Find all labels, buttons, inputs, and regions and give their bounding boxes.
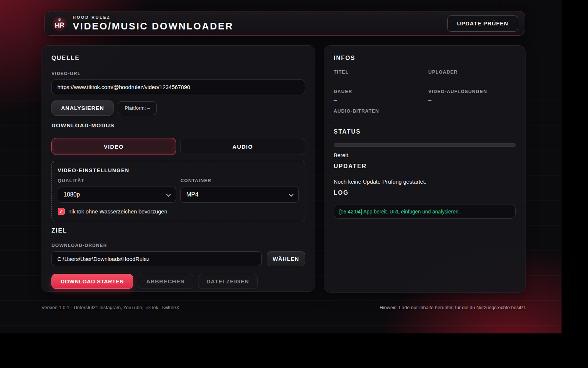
mode-heading: DOWNLOAD-MODUS [51, 122, 305, 128]
log-entry: [06:42:04] App bereit. URL einfügen und … [339, 209, 460, 215]
container-select[interactable]: MP4 [180, 187, 299, 203]
quality-field: QUALITÄT 1080p [58, 178, 176, 203]
info-value: – [429, 97, 516, 103]
platform-chip: Plattform: – [118, 101, 157, 115]
video-settings-heading: VIDEO-EINSTELLUNGEN [58, 167, 299, 173]
info-value: – [429, 77, 516, 84]
version-text: Version 1.0.1 · Unterstützt: Instagram, … [42, 305, 179, 310]
app-logo: ♛ HR [51, 15, 68, 32]
updater-heading: UPDATER [334, 163, 516, 170]
log-box: [06:42:04] App bereit. URL einfügen und … [334, 205, 516, 219]
download-panel: QUELLE VIDEO-URL ANALYSIEREN Plattform: … [42, 45, 315, 292]
watermark-checkbox[interactable]: ✓ [58, 208, 65, 215]
infos-heading: INFOS [334, 55, 516, 61]
status-heading: STATUS [334, 128, 516, 135]
info-panel: INFOS TITEL – UPLOADER – DAUER – VIDEO-A… [324, 45, 526, 293]
watermark-checkbox-row[interactable]: ✓ TikTok ohne Wasserzeichen bevorzugen [58, 208, 299, 215]
video-settings-box: VIDEO-EINSTELLUNGEN QUALITÄT 1080p CONTA… [51, 161, 305, 221]
disclaimer-text: Hinweis: Lade nur Inhalte herunter, für … [380, 305, 526, 310]
checkmark-icon: ✓ [59, 209, 63, 214]
info-field-title: TITEL – [334, 70, 421, 84]
check-update-button[interactable]: UPDATE PRÜFEN [447, 15, 518, 32]
video-url-input[interactable] [51, 79, 305, 94]
container-value: MP4 [186, 191, 198, 198]
info-field-bitrates: AUDIO-BITRATEN – [334, 109, 421, 123]
quality-value: 1080p [64, 191, 80, 198]
choose-folder-button[interactable]: WÄHLEN [267, 251, 305, 266]
start-download-button[interactable]: DOWNLOAD STARTEN [51, 274, 133, 289]
info-field-uploader: UPLOADER – [429, 70, 516, 84]
info-field-resolutions: VIDEO-AUFLÖSUNGEN – [429, 89, 516, 103]
info-label: UPLOADER [429, 70, 516, 75]
chevron-down-icon [289, 192, 294, 197]
analyze-button[interactable]: ANALYSIEREN [51, 100, 114, 116]
cancel-button[interactable]: ABBRECHEN [138, 274, 193, 289]
app-viewport: ♛ HR HOOD RULEZ VIDEO/MUSIC DOWNLOADER U… [0, 0, 562, 333]
target-heading: ZIEL [51, 227, 305, 234]
brand-name: HOOD RULEZ [73, 15, 233, 20]
info-label: VIDEO-AUFLÖSUNGEN [429, 89, 516, 94]
folder-label: DOWNLOAD-ORDNER [51, 243, 305, 248]
info-value: – [334, 77, 421, 84]
progress-bar [334, 143, 516, 147]
logo-monogram: HR [55, 21, 65, 29]
status-text: Bereit. [334, 152, 516, 158]
source-heading: QUELLE [51, 55, 305, 61]
header-bar: ♛ HR HOOD RULEZ VIDEO/MUSIC DOWNLOADER U… [44, 11, 525, 36]
quality-label: QUALITÄT [58, 178, 176, 183]
updater-text: Noch keine Update-Prüfung gestartet. [334, 178, 516, 185]
info-field-duration: DAUER – [334, 89, 421, 103]
container-field: CONTAINER MP4 [180, 178, 299, 203]
info-value: – [334, 116, 421, 123]
info-label: TITEL [334, 70, 421, 75]
mode-video-button[interactable]: VIDEO [51, 138, 176, 155]
download-folder-input[interactable] [51, 251, 262, 266]
quality-select[interactable]: 1080p [58, 187, 176, 203]
footer: Version 1.0.1 · Unterstützt: Instagram, … [42, 305, 526, 310]
mode-audio-button[interactable]: AUDIO [180, 138, 305, 155]
show-file-button[interactable]: DATEI ZEIGEN [198, 274, 258, 289]
info-label: DAUER [334, 89, 421, 94]
info-value: – [334, 97, 421, 103]
chevron-down-icon [166, 192, 171, 197]
log-heading: LOG [334, 190, 516, 196]
info-label: AUDIO-BITRATEN [334, 109, 421, 114]
app-title: VIDEO/MUSIC DOWNLOADER [73, 21, 233, 32]
container-label: CONTAINER [180, 178, 299, 183]
url-label: VIDEO-URL [51, 71, 305, 76]
watermark-checkbox-label: TikTok ohne Wasserzeichen bevorzugen [68, 208, 167, 215]
brand-block: HOOD RULEZ VIDEO/MUSIC DOWNLOADER [73, 15, 233, 32]
